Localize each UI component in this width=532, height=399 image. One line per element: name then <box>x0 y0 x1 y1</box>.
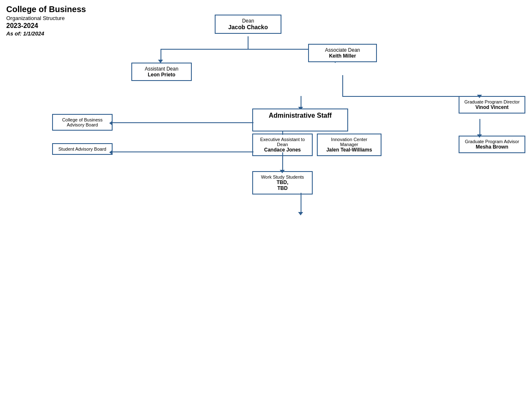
asst-dean-label: Assistant Dean <box>136 66 187 72</box>
cob-advisory-box: College of Business Advisory Board <box>52 114 113 131</box>
grad-advisor-box: Graduate Program Advisor Mesha Brown <box>459 136 525 153</box>
grad-dir-label: Graduate Program Director <box>464 99 520 104</box>
assoc-dean-name: Keith Miller <box>313 53 372 59</box>
line-to-cob <box>113 122 253 123</box>
asst-dean-box: Assistant Dean Leon Prieto <box>131 63 192 81</box>
arrow-to-bottom <box>298 212 303 215</box>
student-advisory-label: Student Advisory Board <box>57 146 108 152</box>
innovation-name: Jalen Teal-Williams <box>322 147 376 153</box>
line-dean-down <box>248 36 248 49</box>
admin-staff-box: Administrative Staff <box>252 109 348 131</box>
work-study-box: Work Study Students TBD, TBD <box>252 171 313 194</box>
dean-label: Dean <box>220 18 276 24</box>
work-study-label: Work Study Students <box>257 174 308 179</box>
assoc-dean-label: Associate Dean <box>313 47 372 53</box>
dean-box: Dean Jacob Chacko <box>215 15 281 34</box>
innovation-label: Innovation Center Manager <box>322 137 376 147</box>
grad-advisor-name: Mesha Brown <box>464 144 520 150</box>
arrow-grad-advisor <box>477 134 482 138</box>
student-advisory-box: Student Advisory Board <box>52 143 113 155</box>
grad-advisor-label: Graduate Program Advisor <box>464 139 520 144</box>
line-down-to-bottom <box>301 193 301 214</box>
arrow-workstudy <box>280 170 285 173</box>
line-admin-exec <box>282 131 283 135</box>
grad-dir-box: Graduate Program Director Vinod Vincent <box>459 96 525 114</box>
line-to-admin-box <box>301 96 301 109</box>
exec-asst-label: Executive Assistant to Dean <box>257 137 308 147</box>
arrow-student <box>109 150 113 155</box>
line-exec-workstudy <box>282 152 283 172</box>
dean-name: Jacob Chacko <box>220 24 276 30</box>
line-assoc-to-admin <box>342 75 343 96</box>
assoc-dean-box: Associate Dean Keith Miller <box>308 44 377 62</box>
innovation-box: Innovation Center Manager Jalen Teal-Wil… <box>317 134 381 156</box>
exec-asst-name: Candace Jones <box>257 147 308 153</box>
org-chart-top: Dean Jacob Chacko Assistant Dean Leon Pr… <box>6 10 526 219</box>
line-to-student <box>113 152 253 152</box>
grad-dir-name: Vinod Vincent <box>464 104 520 110</box>
admin-staff-label: Administrative Staff <box>257 112 343 119</box>
arrow-cob <box>109 121 113 126</box>
cob-advisory-label: College of Business Advisory Board <box>57 117 108 127</box>
arrow-grad-dir <box>477 95 482 98</box>
work-study-detail: TBD, TBD <box>257 179 308 191</box>
page: College of Business Organizational Struc… <box>0 0 532 399</box>
asst-dean-name: Leon Prieto <box>136 72 187 78</box>
